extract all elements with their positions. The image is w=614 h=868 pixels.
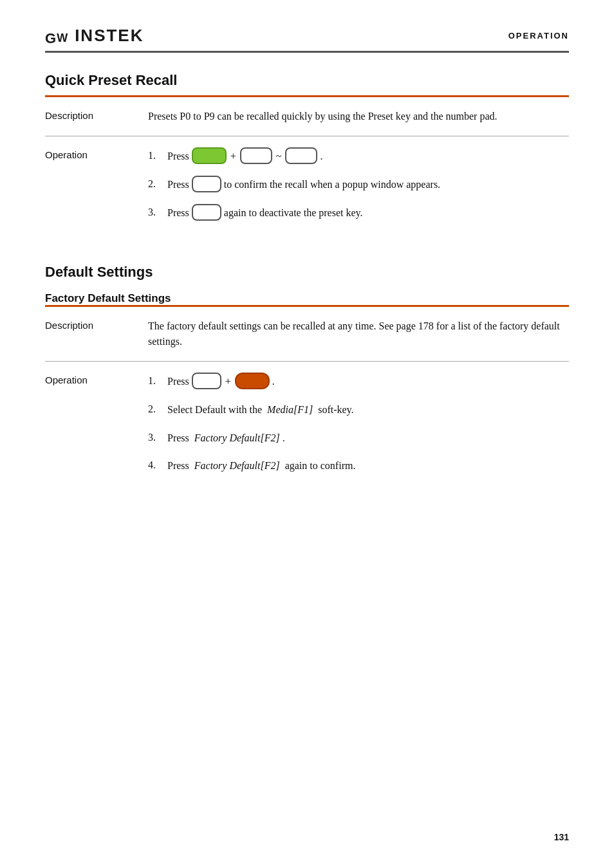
logo-instek: INSTEK	[75, 26, 144, 46]
key-confirm[interactable]	[192, 176, 221, 192]
factory-step-4-text: Press	[167, 457, 192, 474]
key-orange[interactable]	[235, 373, 270, 389]
quick-preset-recall-section: Quick Preset Recall Description Presets …	[45, 72, 569, 245]
factory-default-subsection: Factory Default Settings Description The…	[45, 292, 569, 497]
logo-gw: GW	[45, 30, 68, 47]
factory-step-3-italic: Factory Default[F2]	[194, 430, 280, 447]
factory-operation-row: Operation 1. Press + .	[45, 362, 569, 497]
description-content: Presets P0 to P9 can be recalled quickly…	[148, 97, 569, 136]
step-3-content: Press again to deactivate the preset key…	[167, 205, 363, 221]
step-2-text-before: Press	[167, 176, 189, 193]
step-3-num: 3.	[148, 205, 167, 220]
key-num-start[interactable]	[240, 147, 272, 164]
factory-step-4-num: 4.	[148, 457, 167, 473]
factory-steps-list: 1. Press + . 2.	[148, 373, 569, 474]
step-1-text-before: Press	[167, 149, 189, 164]
factory-step-4-italic: Factory Default[F2]	[194, 457, 280, 474]
quick-preset-table: Description Presets P0 to P9 can be reca…	[45, 97, 569, 245]
page-header: GW INSTEK OPERATION	[45, 26, 569, 53]
factory-step-2-num: 2.	[148, 402, 167, 417]
factory-step-3-num: 3.	[148, 430, 167, 445]
page: GW INSTEK OPERATION Quick Preset Recall …	[0, 0, 614, 868]
factory-step-1-num: 1.	[148, 373, 167, 389]
operator-plus-2: +	[225, 374, 231, 389]
step-2-num: 2.	[148, 176, 167, 192]
factory-step-2-content: Select Default with the Media[F1] soft-k…	[167, 402, 354, 418]
step-2: 2. Press to confirm the recall when a po…	[148, 176, 569, 193]
step-3: 3. Press again to deactivate the preset …	[148, 205, 569, 221]
operation-content: 1. Press + ~ .	[148, 136, 569, 245]
step-2-content: Press to confirm the recall when a popup…	[167, 176, 440, 193]
operation-label: Operation	[45, 136, 148, 245]
factory-step-4-after: again to confirm.	[283, 457, 356, 474]
factory-step-3-after: .	[283, 430, 285, 447]
step-1: 1. Press + ~ .	[148, 148, 569, 165]
step-2-text-after: to confirm the recall when a popup windo…	[224, 176, 440, 193]
factory-step-3-content: Press Factory Default[F2].	[167, 430, 285, 447]
step-1-text-after: .	[320, 149, 322, 164]
key-preset-small[interactable]	[192, 373, 221, 389]
key-preset-green[interactable]	[192, 147, 227, 164]
factory-default-table: Description The factory default settings…	[45, 307, 569, 497]
factory-step-4-content: Press Factory Default[F2] again to confi…	[167, 457, 355, 474]
key-deactivate[interactable]	[192, 204, 221, 221]
step-3-text-after: again to deactivate the preset key.	[224, 205, 363, 221]
factory-step-1-text-after: .	[272, 374, 275, 389]
factory-step-4: 4. Press Factory Default[F2] again to co…	[148, 457, 569, 474]
default-settings-title: Default Settings	[45, 264, 569, 281]
factory-step-2: 2. Select Default with the Media[F1] sof…	[148, 402, 569, 418]
page-number: 131	[554, 832, 569, 842]
quick-preset-recall-title: Quick Preset Recall	[45, 72, 569, 89]
factory-operation-label: Operation	[45, 362, 148, 497]
key-num-end[interactable]	[285, 147, 317, 164]
factory-description-label: Description	[45, 307, 148, 362]
step-1-content: Press + ~ .	[167, 148, 322, 165]
operator-tilde: ~	[276, 149, 282, 164]
factory-step-1: 1. Press + .	[148, 373, 569, 390]
factory-description-row: Description The factory default settings…	[45, 307, 569, 362]
factory-step-2-after: soft-key.	[315, 402, 353, 418]
description-row: Description Presets P0 to P9 can be reca…	[45, 97, 569, 136]
steps-list: 1. Press + ~ .	[148, 148, 569, 221]
factory-step-3-text: Press	[167, 430, 192, 447]
operator-plus-1: +	[230, 149, 236, 164]
header-section-label: OPERATION	[508, 31, 569, 41]
factory-step-1-text-before: Press	[167, 374, 189, 389]
operation-row: Operation 1. Press + ~	[45, 136, 569, 245]
description-label: Description	[45, 97, 148, 136]
step-3-text-before: Press	[167, 205, 189, 221]
factory-step-3: 3. Press Factory Default[F2].	[148, 430, 569, 447]
factory-step-2-text: Select Default with the	[167, 402, 265, 418]
factory-step-2-italic: Media[F1]	[267, 402, 313, 418]
logo: GW INSTEK	[45, 26, 144, 46]
factory-step-1-content: Press + .	[167, 373, 275, 390]
factory-description-content: The factory default settings can be reca…	[148, 307, 569, 362]
step-1-num: 1.	[148, 148, 167, 163]
default-settings-section: Default Settings	[45, 264, 569, 281]
factory-default-title: Factory Default Settings	[45, 292, 569, 305]
factory-operation-content: 1. Press + . 2.	[148, 362, 569, 497]
